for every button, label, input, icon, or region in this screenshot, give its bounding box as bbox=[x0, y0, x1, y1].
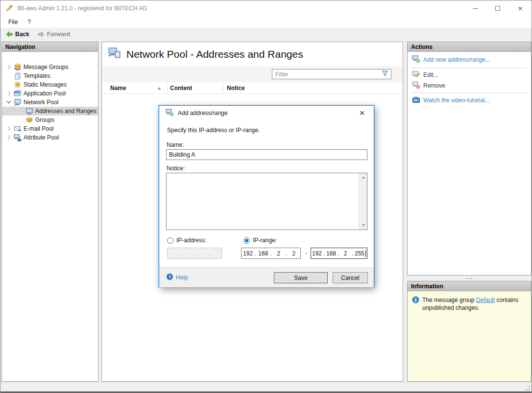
octet: 168 bbox=[257, 250, 269, 257]
window-title: IBI-aws Admin 1.21.0 - registered for IB… bbox=[17, 5, 147, 12]
default-message-group-link[interactable]: Default bbox=[476, 297, 495, 303]
navigation-panel: Navigation Message Groups Templates Stat… bbox=[1, 42, 98, 382]
information-body: The message group Default contains unpub… bbox=[408, 291, 531, 381]
sidebar-item-label: Addresses and Ranges bbox=[35, 108, 97, 115]
radio-checked-icon[interactable] bbox=[243, 237, 250, 244]
minimize-icon bbox=[473, 8, 478, 9]
sidebar-item-label: Static Messages bbox=[24, 81, 67, 88]
chevron-right-icon[interactable] bbox=[5, 134, 13, 141]
dialog-title: Add address/range bbox=[178, 110, 227, 116]
close-icon: × bbox=[518, 4, 523, 13]
ip-address-input[interactable]: ... bbox=[167, 248, 222, 259]
action-remove-label: Remove bbox=[423, 82, 445, 89]
octet: 192 bbox=[242, 250, 254, 257]
static-messages-icon bbox=[14, 81, 22, 89]
ip-range-to-input[interactable]: 192.168.2.255 bbox=[311, 248, 367, 259]
application-pool-icon bbox=[14, 90, 22, 97]
help-link[interactable]: ? Help bbox=[166, 273, 188, 282]
column-header-content[interactable]: Content bbox=[170, 82, 192, 94]
chevron-spacer bbox=[5, 81, 13, 89]
action-edit[interactable]: Edit... bbox=[408, 70, 531, 80]
range-dash: - bbox=[303, 250, 310, 256]
chevron-right-icon[interactable] bbox=[5, 90, 13, 97]
close-button[interactable]: × bbox=[509, 0, 532, 16]
actions-divider bbox=[411, 68, 527, 68]
menu-bar: File ? bbox=[0, 16, 532, 28]
name-field[interactable] bbox=[166, 149, 367, 160]
window-controls: × bbox=[464, 0, 532, 16]
dialog-title-bar: Add address/range × bbox=[159, 106, 374, 120]
add-address-dialog-icon bbox=[166, 109, 174, 118]
filter-field bbox=[272, 69, 391, 79]
add-address-icon bbox=[412, 55, 420, 65]
forward-button[interactable]: Forward bbox=[34, 29, 73, 39]
sidebar-item-email-pool[interactable]: E-mail Pool bbox=[2, 124, 98, 133]
column-header-notice[interactable]: Notice bbox=[227, 82, 245, 94]
octet: 168 bbox=[325, 250, 337, 257]
templates-icon bbox=[14, 72, 22, 80]
column-separator[interactable] bbox=[168, 83, 168, 93]
ip-address-radio-label: IP-address: bbox=[176, 237, 206, 244]
sidebar-item-message-groups[interactable]: Message Groups bbox=[2, 63, 98, 71]
ip-address-radio[interactable]: IP-address: bbox=[167, 237, 206, 244]
sidebar-item-templates[interactable]: Templates bbox=[2, 71, 98, 80]
scroll-up-icon[interactable] bbox=[362, 176, 365, 179]
remove-icon bbox=[412, 81, 420, 91]
ip-range-radio[interactable]: IP-range: bbox=[243, 237, 277, 244]
svg-text:?: ? bbox=[169, 275, 171, 279]
back-button[interactable]: Back bbox=[2, 29, 32, 39]
minimize-button[interactable] bbox=[464, 0, 486, 16]
panel-splitter[interactable] bbox=[407, 277, 532, 280]
message-groups-icon bbox=[14, 63, 22, 71]
menu-help[interactable]: ? bbox=[23, 16, 36, 28]
filter-funnel-icon[interactable] bbox=[382, 70, 388, 78]
app-icon bbox=[5, 4, 13, 13]
sidebar-item-label: Application Pool bbox=[24, 90, 66, 97]
chevron-right-icon[interactable] bbox=[5, 125, 13, 133]
octet: 255 bbox=[354, 250, 365, 257]
text-cursor bbox=[365, 250, 366, 257]
octet: 2 bbox=[288, 250, 300, 257]
cancel-button[interactable]: Cancel bbox=[333, 272, 368, 283]
sidebar-item-label: Message Groups bbox=[24, 64, 68, 70]
sidebar-item-addresses-and-ranges[interactable]: Addresses and Ranges bbox=[2, 107, 98, 116]
dialog-close-button[interactable]: × bbox=[355, 107, 369, 119]
action-watch-video-tutorial[interactable]: Watch the video-tutorial... bbox=[408, 95, 531, 105]
scroll-down-icon[interactable] bbox=[362, 224, 365, 227]
sidebar-item-static-messages[interactable]: Static Messages bbox=[2, 80, 98, 89]
action-remove[interactable]: Remove bbox=[408, 81, 531, 91]
octet: 2 bbox=[272, 250, 285, 257]
attribute-pool-icon bbox=[14, 134, 22, 141]
chevron-down-icon[interactable] bbox=[5, 98, 13, 106]
column-separator[interactable] bbox=[223, 83, 223, 93]
ip-range-from-input[interactable]: 192.168.2.2 bbox=[241, 248, 301, 259]
column-header-name[interactable]: Name bbox=[110, 82, 126, 94]
sidebar-item-label: Groups bbox=[35, 116, 54, 123]
chevron-spacer bbox=[5, 72, 13, 80]
action-add-new-address-range[interactable]: Add new address/range... bbox=[408, 55, 531, 65]
chevron-right-icon[interactable] bbox=[5, 63, 13, 71]
notice-scrollbar[interactable] bbox=[359, 173, 367, 230]
dialog-description: Specify this IP-address or IP-range. bbox=[167, 127, 260, 134]
notice-field[interactable] bbox=[166, 173, 367, 230]
forward-arrow-icon bbox=[37, 30, 45, 38]
maximize-icon bbox=[495, 6, 500, 11]
page-title: Network Pool - Addresses and Ranges bbox=[126, 48, 303, 60]
maximize-button[interactable] bbox=[486, 0, 509, 16]
sidebar-item-groups[interactable]: Groups bbox=[2, 116, 98, 124]
sidebar-item-attribute-pool[interactable]: Attribute Pool bbox=[2, 133, 98, 142]
filter-input[interactable] bbox=[272, 71, 382, 78]
sidebar-item-network-pool[interactable]: Network Pool bbox=[2, 98, 98, 107]
network-pool-icon bbox=[14, 98, 22, 106]
sidebar-item-label: Templates bbox=[24, 72, 50, 79]
sidebar-item-label: Network Pool bbox=[24, 99, 58, 106]
back-arrow-icon bbox=[5, 30, 13, 38]
filter-bar bbox=[102, 66, 402, 82]
status-bar bbox=[0, 382, 532, 392]
resize-grip[interactable] bbox=[524, 385, 530, 391]
actions-panel: Actions Add new address/range... Edit...… bbox=[407, 42, 532, 276]
menu-file[interactable]: File bbox=[3, 16, 23, 28]
sidebar-item-application-pool[interactable]: Application Pool bbox=[2, 89, 98, 98]
radio-unchecked-icon[interactable] bbox=[167, 237, 173, 244]
save-button[interactable]: Save bbox=[274, 272, 328, 283]
